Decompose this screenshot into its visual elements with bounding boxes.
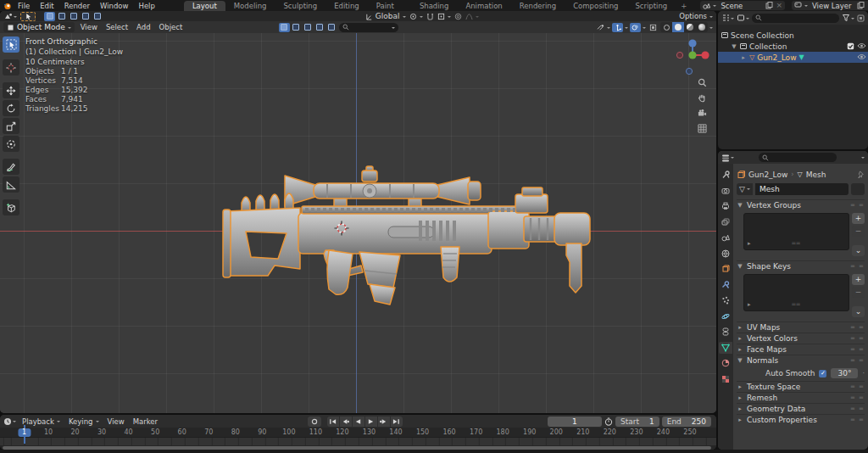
add-cube-tool-button[interactable] bbox=[3, 199, 19, 215]
modifiers-properties-tab[interactable] bbox=[719, 279, 732, 291]
panel-header-remesh[interactable]: ▸Remesh= = bbox=[737, 392, 865, 403]
viewport-menu-select[interactable]: Select bbox=[102, 23, 132, 31]
tab-layout[interactable]: Layout bbox=[184, 1, 225, 11]
panel-header-geometry-data[interactable]: ▸Geometry Data= = bbox=[737, 403, 865, 414]
shading-wireframe-button[interactable] bbox=[660, 22, 672, 32]
move-tool-button[interactable] bbox=[3, 82, 19, 98]
play-button[interactable] bbox=[365, 417, 377, 427]
outliner-sync-dropdown[interactable] bbox=[737, 14, 749, 22]
proportional-edit-toggle[interactable] bbox=[454, 13, 462, 20]
annotate-tool-button[interactable] bbox=[3, 159, 19, 175]
end-frame-field[interactable]: 250 bbox=[687, 417, 711, 427]
measure-tool-button[interactable] bbox=[3, 176, 19, 193]
transform-orientation-dropdown[interactable]: Global bbox=[365, 12, 406, 20]
outliner-row-scene-collection[interactable]: Scene Collection bbox=[718, 30, 868, 41]
panel-header-face-maps[interactable]: ▸Face Maps= = bbox=[737, 344, 865, 355]
list-filter-arrow-icon[interactable]: ▸ bbox=[748, 240, 751, 247]
expand-arrow-icon[interactable]: ▼ bbox=[731, 43, 737, 50]
specials-menu-button[interactable]: ⌄ bbox=[852, 245, 865, 256]
tab-texture-paint[interactable]: Texture Paint bbox=[368, 0, 411, 11]
mesh-datablock-dropdown[interactable]: ▽ bbox=[737, 183, 753, 195]
camera-view-button[interactable] bbox=[695, 106, 709, 120]
play-reverse-button[interactable] bbox=[353, 417, 364, 427]
viewport-canvas[interactable]: Front Orthographic (1) Collection | Gun2… bbox=[0, 33, 716, 413]
zoom-button[interactable] bbox=[695, 76, 709, 89]
select-intersect-icon[interactable] bbox=[92, 12, 103, 21]
editor-type-button[interactable] bbox=[3, 12, 17, 21]
start-frame-field[interactable]: 1 bbox=[644, 417, 659, 427]
scene-selector[interactable]: Scene × bbox=[700, 1, 785, 10]
add-workspace-button[interactable]: + bbox=[676, 1, 692, 11]
output-properties-tab[interactable] bbox=[719, 200, 732, 212]
object-type-visibility-dropdown[interactable] bbox=[597, 24, 610, 31]
timeline-tracks[interactable] bbox=[0, 438, 716, 445]
render-properties-tab[interactable] bbox=[719, 185, 732, 197]
panel-header-vertex-colors[interactable]: ▸Vertex Colors= = bbox=[737, 333, 865, 344]
add-item-button[interactable]: + bbox=[852, 213, 865, 224]
shading-rendered-button[interactable] bbox=[696, 22, 708, 32]
mode-dropdown[interactable]: Object Mode bbox=[3, 22, 75, 32]
constraints-properties-tab[interactable] bbox=[719, 326, 732, 338]
material-properties-tab[interactable] bbox=[719, 357, 732, 369]
timeline-menu-playback[interactable]: Playback bbox=[18, 417, 64, 426]
tab-animation[interactable]: Animation bbox=[457, 1, 510, 11]
menu-window[interactable]: Window bbox=[95, 2, 134, 10]
viewport-menu-add[interactable]: Add bbox=[132, 23, 154, 31]
properties-search-input[interactable] bbox=[759, 153, 837, 162]
pan-button[interactable] bbox=[695, 91, 709, 104]
select-extend-icon[interactable] bbox=[56, 12, 67, 21]
tool-properties-tab[interactable] bbox=[719, 169, 732, 181]
pivot-point-dropdown[interactable] bbox=[409, 13, 423, 20]
viewport-search-input[interactable] bbox=[339, 23, 398, 32]
menu-render[interactable]: Render bbox=[59, 2, 95, 10]
specials-menu-button[interactable]: ⌄ bbox=[852, 306, 865, 317]
active-tool-button[interactable] bbox=[20, 12, 36, 21]
shading-solid-button[interactable] bbox=[672, 22, 684, 32]
tab-rendering[interactable]: Rendering bbox=[511, 1, 565, 11]
light-filter-icon[interactable] bbox=[303, 23, 314, 32]
gun-model[interactable] bbox=[219, 162, 592, 308]
mesh-filter-icon[interactable] bbox=[279, 23, 290, 32]
snap-toggle[interactable] bbox=[426, 13, 434, 20]
select-invert-icon[interactable] bbox=[80, 12, 91, 21]
playhead[interactable]: 1 bbox=[18, 428, 31, 437]
list-filter-arrow-icon[interactable]: ▸ bbox=[748, 301, 751, 308]
toggle-orthographic-button[interactable] bbox=[695, 121, 709, 135]
panel-header-shape-keys[interactable]: ▼Shape Keys= = bbox=[737, 260, 865, 271]
remove-item-button[interactable]: − bbox=[852, 287, 865, 298]
tab-shading[interactable]: Shading bbox=[411, 1, 458, 11]
jump-to-start-button[interactable] bbox=[327, 417, 339, 427]
blender-logo-icon[interactable] bbox=[3, 2, 11, 9]
view-layer-properties-tab[interactable] bbox=[719, 216, 732, 228]
world-properties-tab[interactable] bbox=[719, 248, 732, 260]
outliner-options-button[interactable] bbox=[857, 14, 865, 22]
select-box-tool-button[interactable] bbox=[3, 36, 19, 53]
texture-properties-tab[interactable] bbox=[719, 373, 732, 385]
tab-uv-editing[interactable]: UV Editing bbox=[326, 0, 368, 11]
hide-eye-icon[interactable] bbox=[857, 53, 865, 61]
animate-property-dot-icon[interactable]: · bbox=[862, 370, 865, 378]
tab-compositing[interactable]: Compositing bbox=[565, 1, 626, 11]
viewport-menu-object[interactable]: Object bbox=[155, 23, 187, 31]
rotate-tool-button[interactable] bbox=[3, 100, 19, 116]
viewport-menu-view[interactable]: View bbox=[76, 23, 102, 31]
outliner-filter-dropdown[interactable] bbox=[842, 14, 854, 22]
tab-modeling[interactable]: Modeling bbox=[225, 1, 275, 11]
tab-sculpting[interactable]: Sculpting bbox=[275, 1, 326, 11]
add-item-button[interactable]: + bbox=[852, 274, 865, 285]
auto-smooth-checkbox[interactable]: ✓ bbox=[819, 370, 826, 378]
outliner-row-collection[interactable]: ▼Collection bbox=[718, 41, 868, 52]
pin-icon[interactable] bbox=[857, 171, 865, 178]
select-set-icon[interactable] bbox=[44, 12, 55, 21]
exclude-checkbox-icon[interactable] bbox=[847, 42, 854, 50]
jump-to-prev-keyframe-button[interactable] bbox=[340, 417, 352, 427]
select-subtract-icon[interactable] bbox=[68, 12, 79, 21]
properties-editor-type-button[interactable] bbox=[721, 154, 734, 162]
panel-header-texture-space[interactable]: ▸Texture Space= = bbox=[737, 381, 865, 392]
panel-header-normals[interactable]: ▼Normals= = bbox=[737, 355, 865, 366]
sphere-filter-icon[interactable] bbox=[291, 23, 302, 32]
new-scene-icon[interactable] bbox=[765, 2, 773, 9]
shape-keys-list[interactable]: ▸══ bbox=[743, 274, 849, 311]
options-dropdown[interactable]: Options bbox=[679, 12, 713, 20]
shading-material-button[interactable] bbox=[684, 22, 696, 32]
